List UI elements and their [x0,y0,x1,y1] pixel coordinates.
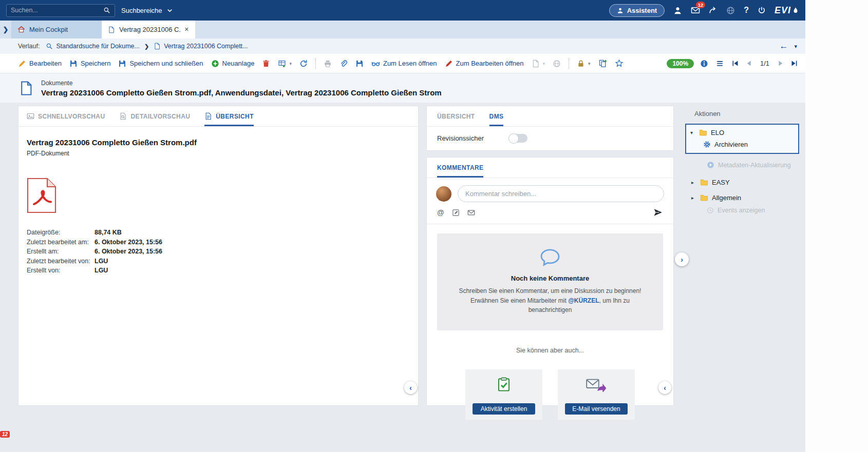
pencil-icon [445,60,453,68]
tab-label: DMS [489,113,504,120]
delete-icon[interactable] [262,60,270,68]
table-options-button[interactable]: ▾ [278,60,292,68]
forward-icon[interactable] [709,6,718,15]
document-lines-icon [204,112,212,120]
permissions-button[interactable]: ▾ [577,60,591,68]
tab-mein-cockpit[interactable]: Mein Cockpit [11,21,102,38]
back-arrow-icon[interactable]: ← [779,41,788,51]
tab-schnellvorschau[interactable]: SCHNELLVORSCHAU [27,106,105,126]
user-icon[interactable] [673,6,682,15]
search-scope-dropdown[interactable]: Suchbereiche [121,7,173,14]
search-history-icon [46,43,53,50]
folder-easy[interactable]: ▸ EASY [683,178,805,186]
document-icon [108,26,115,33]
paperclip-icon[interactable] [339,60,348,68]
help-button[interactable]: ? [744,6,749,15]
save-as-icon[interactable] [355,60,364,68]
refresh-icon[interactable] [299,60,308,68]
chevron-right-icon[interactable]: ❯ [0,21,11,38]
note-icon[interactable] [452,209,460,217]
breadcrumb-item-document[interactable]: Vertrag 20231006 Complett... [154,43,248,50]
last-page-icon[interactable] [790,60,798,67]
search-icon[interactable] [103,7,110,14]
checkout-options-button[interactable]: ▾ [532,60,545,68]
collapse-preview-button[interactable]: ‹ [404,381,417,394]
mail-forward-icon [586,377,607,392]
save-and-close-button[interactable]: Speichern und schließen [118,60,203,68]
copy-plus-icon[interactable] [598,59,607,68]
caret-right-icon[interactable]: ▸ [691,180,696,185]
send-email-card[interactable]: E-Mail versenden [558,369,635,420]
evi-dms-app: Suchbereiche Assistent 12 ? EVI ❯ [0,0,805,452]
print-icon[interactable] [324,60,332,68]
toolbar-right: 100% ≡ 1/1 [667,58,805,69]
folder-elo[interactable]: ▾ ELO [690,128,794,136]
lock-icon [577,60,585,68]
empty-state-title: Noch keine Kommentare [449,274,651,282]
topbar-actions: Assistent 12 ? EVI [609,4,799,17]
assistant-person-icon [617,7,624,14]
glasses-icon [371,59,380,68]
plus-circle-icon [211,60,219,68]
info-icon[interactable] [700,60,708,68]
document-title: Vertrag 20231006 Completto Gießen Strom.… [41,88,442,97]
prev-page-icon[interactable] [745,60,753,67]
document-header-text: Dokumente Vertrag 20231006 Completto Gie… [41,80,442,97]
create-activity-button[interactable]: Aktivität erstellen [473,403,535,415]
mail-icon[interactable] [467,209,475,217]
star-icon[interactable] [615,59,624,68]
action-label: Metadaten-Aktualisierung [718,162,791,169]
open-read-button[interactable]: Zum Lesen öffnen [371,59,437,68]
chevron-down-icon [166,7,173,14]
zoom-badge[interactable]: 100% [667,59,694,68]
comments-panel: KOMMENTARE @ Noch keine Kommentare Schre… [426,157,674,406]
folder-allgemein[interactable]: ▸ Allgemein [683,193,805,202]
caret-down-icon[interactable]: ▾ [690,130,695,135]
tab-dms-uebersicht[interactable]: ÜBERSICHT [437,106,475,126]
collapse-actions-button[interactable]: › [675,252,689,266]
page-indicator: 1/1 [760,60,769,67]
globe-icon[interactable] [726,6,735,15]
revision-toggle[interactable] [508,134,527,143]
action-archivieren[interactable]: Archivieren [690,141,794,148]
next-page-icon[interactable] [777,60,784,67]
mention-icon[interactable]: @ [437,208,444,217]
tab-uebersicht[interactable]: ÜBERSICHT [204,106,254,126]
action-events-anzeigen[interactable]: Events anzeigen [683,207,805,214]
preview-tabs: SCHNELLVORSCHAU DETAILVORSCHAU ÜBERSICHT [18,106,418,127]
tab-document[interactable]: Vertrag 20231006 C... ✕ [102,21,195,38]
tab-kommentare[interactable]: KOMMENTARE [437,158,483,178]
tab-dms[interactable]: DMS [489,106,504,126]
mention-hint[interactable]: @KÜRZEL [568,297,599,304]
assistant-button[interactable]: Assistent [609,4,665,17]
new-entry-button[interactable]: Neuanlage [211,60,255,68]
first-page-icon[interactable] [731,60,739,67]
metadata-row: Zuletzt bearbeitet von:LGU [27,257,410,266]
comment-input[interactable] [458,185,664,202]
menu-icon[interactable]: ≡ [716,58,723,69]
collapse-comments-button[interactable]: ‹ [658,381,671,394]
subscribe-icon[interactable] [553,60,561,68]
chevron-down-icon[interactable]: ▾ [794,43,797,50]
send-icon[interactable] [653,207,663,218]
caret-right-icon[interactable]: ▸ [691,195,696,201]
tab-label: ÜBERSICHT [437,113,475,120]
open-edit-button[interactable]: Zum Bearbeiten öffnen [445,60,524,68]
logout-icon[interactable] [758,6,766,14]
cockpit-tab-label: Mein Cockpit [29,26,96,33]
create-activity-card[interactable]: Aktivität erstellen [465,369,542,420]
tab-detailvorschau[interactable]: DETAILVORSCHAU [119,106,190,126]
close-tab-icon[interactable]: ✕ [184,26,189,33]
breadcrumb-item-search[interactable]: Standardsuche für Dokume... [46,43,140,50]
inbox-button[interactable]: 12 [691,6,700,15]
breadcrumb-label: Vertrag 20231006 Complett... [164,43,248,50]
floppy-close-icon [118,60,126,68]
search-input[interactable] [11,7,103,14]
edit-button[interactable]: Bearbeiten [18,60,62,68]
global-search[interactable] [6,4,115,17]
action-metadaten-aktualisierung[interactable]: Metadaten-Aktualisierung [683,161,805,169]
breadcrumb-label: Standardsuche für Dokume... [56,43,140,50]
send-email-button[interactable]: E-Mail versenden [565,403,628,415]
metadata-row: Dateigröße:88,74 KB [27,228,410,238]
save-button[interactable]: Speichern [69,60,111,68]
